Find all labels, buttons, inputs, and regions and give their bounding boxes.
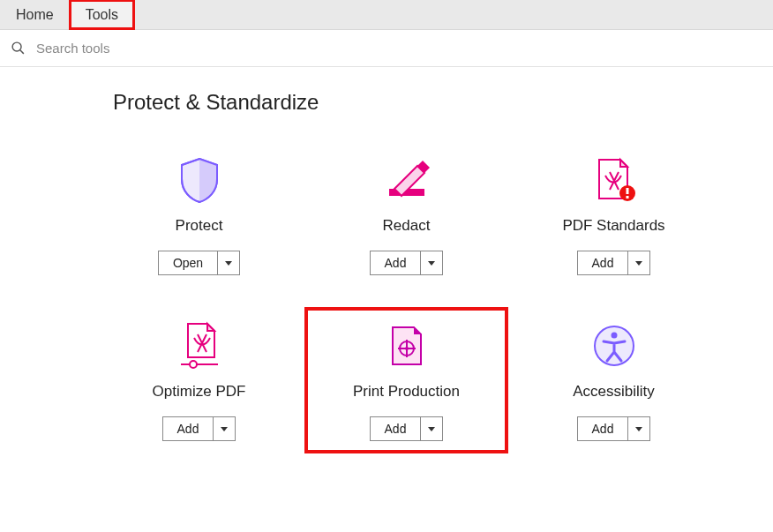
button-label: Add — [371, 417, 422, 440]
optimize-pdf-add-button[interactable]: Add — [162, 416, 236, 441]
print-production-add-button[interactable]: Add — [370, 416, 444, 441]
pdf-standards-add-button[interactable]: Add — [577, 251, 651, 275]
tool-pdf-standards[interactable]: PDF Standards Add — [510, 139, 717, 289]
svg-point-0 — [12, 42, 21, 51]
chevron-down-icon[interactable] — [421, 417, 442, 440]
accessibility-add-button[interactable]: Add — [577, 416, 651, 441]
tool-protect[interactable]: Protect Open — [95, 139, 303, 289]
chevron-down-icon[interactable] — [214, 417, 235, 440]
tool-label: Redact — [383, 217, 431, 235]
svg-line-1 — [20, 50, 24, 54]
svg-point-11 — [405, 347, 409, 350]
button-label: Add — [163, 417, 214, 440]
tools-grid: Protect Open Redact Add — [95, 139, 773, 455]
tool-label: Print Production — [353, 383, 460, 401]
chevron-down-icon[interactable] — [628, 417, 649, 440]
button-label: Open — [159, 251, 218, 274]
searchbar — [0, 30, 773, 67]
pdf-standards-icon — [589, 155, 639, 205]
tabbar: Home Tools — [0, 0, 773, 30]
optimize-pdf-icon — [175, 321, 224, 371]
tool-accessibility[interactable]: Accessibility Add — [510, 305, 717, 455]
tool-redact[interactable]: Redact Add — [303, 139, 510, 289]
chevron-down-icon[interactable] — [218, 251, 239, 274]
content: Protect & Standardize Protect Open — [0, 67, 773, 455]
tool-label: Protect — [176, 217, 223, 235]
tool-optimize-pdf[interactable]: Optimize PDF Add — [95, 305, 303, 455]
tool-label: Accessibility — [573, 383, 655, 401]
redact-add-button[interactable]: Add — [370, 251, 444, 275]
section-title: Protect & Standardize — [113, 90, 773, 115]
tab-tools[interactable]: Tools — [70, 0, 134, 29]
redact-marker-icon — [382, 155, 432, 205]
print-production-icon — [382, 321, 432, 371]
svg-rect-4 — [626, 188, 628, 194]
svg-point-13 — [611, 333, 617, 339]
chevron-down-icon[interactable] — [628, 251, 649, 274]
search-input[interactable] — [34, 40, 762, 56]
protect-open-button[interactable]: Open — [158, 251, 240, 275]
search-icon — [11, 41, 26, 56]
button-label: Add — [578, 417, 629, 440]
button-label: Add — [371, 251, 422, 274]
shield-icon — [175, 155, 224, 205]
svg-point-7 — [190, 361, 197, 368]
svg-rect-5 — [626, 196, 628, 199]
tool-print-production[interactable]: Print Production Add — [303, 305, 510, 455]
tab-home[interactable]: Home — [0, 0, 70, 29]
accessibility-icon — [589, 321, 639, 371]
chevron-down-icon[interactable] — [421, 251, 442, 274]
button-label: Add — [578, 251, 629, 274]
tool-label: Optimize PDF — [153, 383, 246, 401]
tool-label: PDF Standards — [562, 217, 664, 235]
